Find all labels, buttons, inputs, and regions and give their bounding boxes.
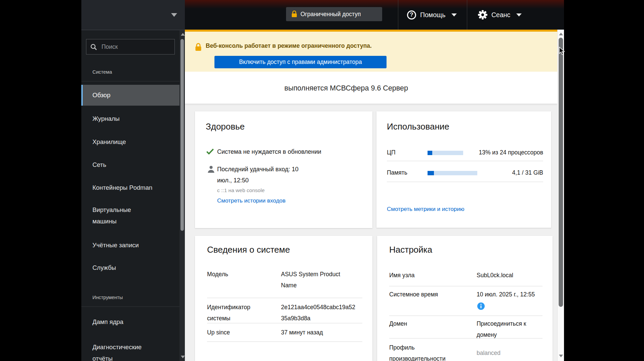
scroll-down-icon[interactable] <box>181 356 185 358</box>
sidebar-item-accounts[interactable]: Учётные записи <box>81 235 179 256</box>
cpu-progress-bar <box>428 151 463 155</box>
domain-label: Домен <box>389 318 407 329</box>
sidebar-item-network[interactable]: Сеть <box>81 154 179 175</box>
uptime-value: 37 минут назад <box>281 327 323 338</box>
masthead-divider <box>398 0 398 30</box>
system-info-card-title: Сведения о системе <box>207 245 290 255</box>
system-info-card: Сведения о системе Модель ASUS System Pr… <box>195 236 372 361</box>
sidebar-divider <box>81 306 179 307</box>
search-input[interactable] <box>101 43 165 51</box>
row-divider <box>387 182 543 182</box>
lock-icon <box>195 43 202 51</box>
sidebar-section-tools: Инструменты <box>92 295 123 300</box>
screen: Ограниченный доступ ? Помощь Сеанс <box>0 0 644 361</box>
sidebar-item-virtual-machines[interactable]: Виртуальные машины <box>81 200 179 232</box>
row-divider <box>389 338 542 338</box>
configuration-card-title: Настройка <box>389 245 432 255</box>
last-login-text: Последний удачный вход: 10 июл., 12:50 <box>217 164 314 186</box>
system-time-label: Системное время <box>389 289 438 300</box>
help-label: Помощь <box>420 11 445 19</box>
sidebar-item-label: Журналы <box>92 113 120 124</box>
configuration-card: Настройка Имя узла SubL0ck.local Системн… <box>377 236 553 361</box>
sidebar-item-label: Контейнеры Podman <box>92 182 152 193</box>
hostname-label: Имя узла <box>389 270 414 281</box>
metrics-history-link[interactable]: Смотреть метрики и историю <box>387 206 464 213</box>
health-card: Здоровье Система не нуждается в обновлен… <box>195 111 372 228</box>
usage-card-title: Использование <box>387 121 449 132</box>
chevron-down-icon <box>171 13 177 17</box>
search-icon <box>90 44 97 50</box>
cpu-label: ЦП <box>387 147 396 158</box>
sidebar-item-label: Дамп ядра <box>92 316 123 328</box>
sidebar-divider <box>81 81 179 81</box>
memory-label: Память <box>387 167 407 178</box>
session-label: Сеанс <box>491 11 510 19</box>
usage-card: Использование ЦП 13% из 24 процессоров П… <box>376 111 551 228</box>
memory-value: 4,1 / 31 GiB <box>512 167 543 178</box>
masthead: Ограниченный доступ ? Помощь Сеанс <box>81 0 564 30</box>
chevron-down-icon <box>451 13 457 16</box>
masthead-divider <box>467 0 467 30</box>
sidebar-item-services[interactable]: Службы <box>81 257 179 278</box>
sidebar-item-podman[interactable]: Контейнеры Podman <box>81 177 179 198</box>
chevron-down-icon <box>516 13 522 16</box>
sidebar-item-overview[interactable]: Обзор <box>81 85 179 106</box>
page-scrollbar-thumb[interactable] <box>559 38 563 307</box>
check-icon <box>206 148 214 154</box>
sidebar-item-label: Учётные записи <box>92 240 139 251</box>
host-selector[interactable] <box>81 0 185 30</box>
row-divider <box>387 161 543 161</box>
sidebar-item-label: Хранилище <box>92 136 126 148</box>
sidebar-item-diagnostic-reports[interactable]: Диагностические отчёты <box>81 337 179 361</box>
sidebar-item-label: Службы <box>92 262 116 274</box>
sidebar-item-label: Виртуальные машины <box>92 204 155 227</box>
sidebar-section-system: Система <box>92 69 112 75</box>
enable-admin-access-button[interactable]: Включить доступ с правами администратора <box>214 56 387 68</box>
sidebar-item-label: Сеть <box>92 159 106 171</box>
restricted-access-button[interactable]: Ограниченный доступ <box>286 7 382 21</box>
join-domain-action[interactable]: Присоединиться к домену <box>477 318 534 340</box>
sidebar-scrollbar-thumb[interactable] <box>180 39 184 231</box>
gear-icon <box>478 10 487 20</box>
hostname-value: SubL0ck.local <box>477 270 513 281</box>
scroll-down-icon[interactable] <box>559 355 563 357</box>
row-divider <box>207 323 362 323</box>
scroll-up-icon[interactable] <box>559 33 563 35</box>
model-value: ASUS System Product Name <box>281 269 348 291</box>
sidebar-item-label: Диагностические отчёты <box>92 341 155 361</box>
uptime-label: Up since <box>207 327 230 338</box>
memory-progress-fill <box>428 171 434 175</box>
sidebar-item-label: Обзор <box>92 89 110 101</box>
model-label: Модель <box>207 269 228 280</box>
login-history-link[interactable]: Смотреть истории входов <box>217 197 286 204</box>
performance-profile-label: Профиль производительности <box>389 342 456 361</box>
user-icon <box>207 165 215 173</box>
row-divider <box>207 341 362 342</box>
cockpit-app: Ограниченный доступ ? Помощь Сеанс <box>81 0 564 361</box>
info-icon[interactable] <box>477 302 485 310</box>
sidebar-item-logs[interactable]: Журналы <box>81 108 179 129</box>
restricted-access-label: Ограниченный доступ <box>300 11 361 18</box>
page-header-band: выполняется МСВСфера 9.6 Сервер <box>185 72 557 104</box>
restricted-mode-banner: Веб-консоль работает в режиме ограниченн… <box>185 30 557 72</box>
page-scrollbar[interactable] <box>557 30 564 361</box>
running-os-title: выполняется МСВСфера 9.6 Сервер <box>284 84 408 93</box>
system-time-value: 10 июл. 2025 г., 12:55 <box>477 289 535 300</box>
sidebar-search[interactable] <box>86 39 175 55</box>
scroll-up-icon[interactable] <box>181 33 185 36</box>
machine-id-label: Идентификатор системы <box>207 302 271 324</box>
update-status-text: Система не нуждается в обновлении <box>217 146 321 157</box>
sidebar-item-kernel-dump[interactable]: Дамп ядра <box>81 312 179 332</box>
banner-message: Веб-консоль работает в режиме ограниченн… <box>206 42 372 49</box>
session-menu-button[interactable]: Сеанс <box>478 0 522 30</box>
lock-icon <box>291 10 297 18</box>
machine-id-value: 2e121aa4ce0548cabc19a5235a9b3d8a <box>281 302 356 324</box>
sidebar-item-storage[interactable]: Хранилище <box>81 132 179 152</box>
help-menu-button[interactable]: ? Помощь <box>407 0 457 30</box>
row-divider <box>389 316 542 316</box>
performance-profile-value[interactable]: balanced <box>477 348 500 359</box>
sidebar: Система Обзор Журналы Хранилище Сеть Кон… <box>81 30 185 361</box>
row-divider <box>207 298 362 298</box>
row-divider <box>389 286 542 286</box>
help-icon: ? <box>407 10 416 20</box>
